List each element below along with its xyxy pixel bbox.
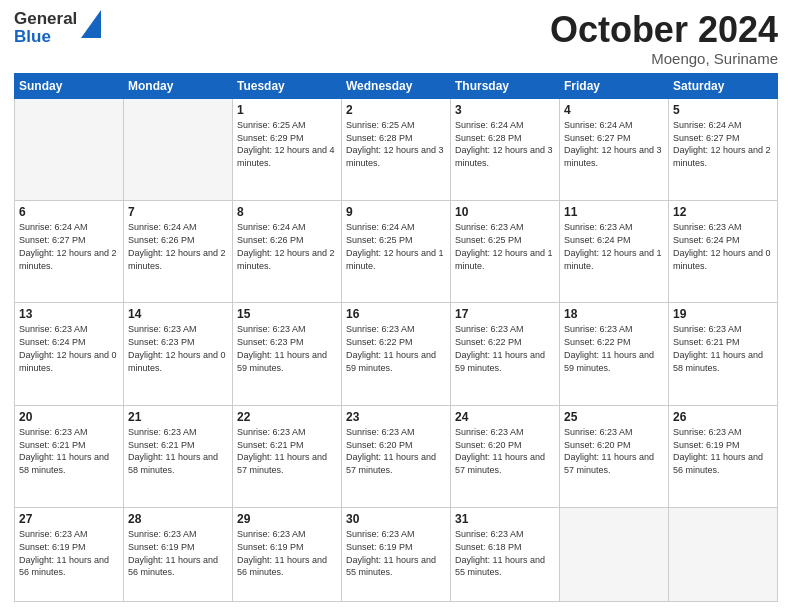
- svg-marker-0: [81, 10, 101, 38]
- day-number: 17: [455, 306, 555, 322]
- calendar-cell: 18Sunrise: 6:23 AM Sunset: 6:22 PM Dayli…: [560, 303, 669, 405]
- day-info: Sunrise: 6:23 AM Sunset: 6:22 PM Dayligh…: [564, 324, 654, 372]
- day-info: Sunrise: 6:23 AM Sunset: 6:19 PM Dayligh…: [237, 529, 327, 577]
- calendar-table: SundayMondayTuesdayWednesdayThursdayFrid…: [14, 73, 778, 602]
- day-info: Sunrise: 6:23 AM Sunset: 6:23 PM Dayligh…: [128, 324, 226, 372]
- header: General Blue October 2024 Moengo, Surina…: [14, 10, 778, 67]
- calendar-cell: 16Sunrise: 6:23 AM Sunset: 6:22 PM Dayli…: [342, 303, 451, 405]
- day-of-week-header: Sunday: [15, 73, 124, 98]
- day-info: Sunrise: 6:23 AM Sunset: 6:22 PM Dayligh…: [455, 324, 545, 372]
- day-number: 12: [673, 204, 773, 220]
- day-info: Sunrise: 6:23 AM Sunset: 6:19 PM Dayligh…: [128, 529, 218, 577]
- day-number: 13: [19, 306, 119, 322]
- day-info: Sunrise: 6:24 AM Sunset: 6:27 PM Dayligh…: [673, 120, 771, 168]
- calendar-cell: 8Sunrise: 6:24 AM Sunset: 6:26 PM Daylig…: [233, 200, 342, 302]
- day-of-week-header: Friday: [560, 73, 669, 98]
- day-info: Sunrise: 6:24 AM Sunset: 6:26 PM Dayligh…: [237, 222, 335, 270]
- day-number: 18: [564, 306, 664, 322]
- title-area: October 2024 Moengo, Suriname: [550, 10, 778, 67]
- day-info: Sunrise: 6:24 AM Sunset: 6:26 PM Dayligh…: [128, 222, 226, 270]
- calendar-cell: 7Sunrise: 6:24 AM Sunset: 6:26 PM Daylig…: [124, 200, 233, 302]
- calendar-cell: 14Sunrise: 6:23 AM Sunset: 6:23 PM Dayli…: [124, 303, 233, 405]
- day-number: 1: [237, 102, 337, 118]
- calendar-cell: 30Sunrise: 6:23 AM Sunset: 6:19 PM Dayli…: [342, 507, 451, 601]
- calendar-cell: [124, 98, 233, 200]
- day-number: 22: [237, 409, 337, 425]
- day-info: Sunrise: 6:23 AM Sunset: 6:21 PM Dayligh…: [673, 324, 763, 372]
- day-number: 30: [346, 511, 446, 527]
- day-number: 23: [346, 409, 446, 425]
- day-info: Sunrise: 6:24 AM Sunset: 6:25 PM Dayligh…: [346, 222, 444, 270]
- day-number: 25: [564, 409, 664, 425]
- day-info: Sunrise: 6:23 AM Sunset: 6:23 PM Dayligh…: [237, 324, 327, 372]
- day-info: Sunrise: 6:23 AM Sunset: 6:19 PM Dayligh…: [19, 529, 109, 577]
- day-of-week-header: Monday: [124, 73, 233, 98]
- calendar-cell: 22Sunrise: 6:23 AM Sunset: 6:21 PM Dayli…: [233, 405, 342, 507]
- calendar-cell: 26Sunrise: 6:23 AM Sunset: 6:19 PM Dayli…: [669, 405, 778, 507]
- calendar-cell: 5Sunrise: 6:24 AM Sunset: 6:27 PM Daylig…: [669, 98, 778, 200]
- day-of-week-header: Tuesday: [233, 73, 342, 98]
- calendar-cell: 10Sunrise: 6:23 AM Sunset: 6:25 PM Dayli…: [451, 200, 560, 302]
- day-number: 9: [346, 204, 446, 220]
- day-of-week-header: Thursday: [451, 73, 560, 98]
- day-number: 5: [673, 102, 773, 118]
- calendar-cell: 19Sunrise: 6:23 AM Sunset: 6:21 PM Dayli…: [669, 303, 778, 405]
- calendar-cell: 21Sunrise: 6:23 AM Sunset: 6:21 PM Dayli…: [124, 405, 233, 507]
- day-number: 7: [128, 204, 228, 220]
- calendar-cell: 6Sunrise: 6:24 AM Sunset: 6:27 PM Daylig…: [15, 200, 124, 302]
- calendar-cell: [560, 507, 669, 601]
- logo-triangle-icon: [81, 10, 101, 38]
- day-number: 26: [673, 409, 773, 425]
- calendar-cell: 3Sunrise: 6:24 AM Sunset: 6:28 PM Daylig…: [451, 98, 560, 200]
- day-info: Sunrise: 6:23 AM Sunset: 6:20 PM Dayligh…: [346, 427, 436, 475]
- day-of-week-header: Wednesday: [342, 73, 451, 98]
- month-title: October 2024: [550, 10, 778, 50]
- day-info: Sunrise: 6:24 AM Sunset: 6:27 PM Dayligh…: [564, 120, 662, 168]
- day-info: Sunrise: 6:23 AM Sunset: 6:20 PM Dayligh…: [455, 427, 545, 475]
- calendar-cell: 11Sunrise: 6:23 AM Sunset: 6:24 PM Dayli…: [560, 200, 669, 302]
- day-number: 20: [19, 409, 119, 425]
- calendar-cell: 12Sunrise: 6:23 AM Sunset: 6:24 PM Dayli…: [669, 200, 778, 302]
- day-info: Sunrise: 6:23 AM Sunset: 6:19 PM Dayligh…: [673, 427, 763, 475]
- calendar-cell: 4Sunrise: 6:24 AM Sunset: 6:27 PM Daylig…: [560, 98, 669, 200]
- day-info: Sunrise: 6:23 AM Sunset: 6:22 PM Dayligh…: [346, 324, 436, 372]
- logo: General Blue: [14, 10, 101, 46]
- calendar-cell: [15, 98, 124, 200]
- day-info: Sunrise: 6:25 AM Sunset: 6:29 PM Dayligh…: [237, 120, 335, 168]
- calendar-cell: 25Sunrise: 6:23 AM Sunset: 6:20 PM Dayli…: [560, 405, 669, 507]
- calendar-cell: 17Sunrise: 6:23 AM Sunset: 6:22 PM Dayli…: [451, 303, 560, 405]
- day-number: 8: [237, 204, 337, 220]
- day-number: 14: [128, 306, 228, 322]
- day-number: 28: [128, 511, 228, 527]
- day-number: 4: [564, 102, 664, 118]
- day-number: 11: [564, 204, 664, 220]
- day-info: Sunrise: 6:23 AM Sunset: 6:21 PM Dayligh…: [19, 427, 109, 475]
- day-info: Sunrise: 6:23 AM Sunset: 6:25 PM Dayligh…: [455, 222, 553, 270]
- day-number: 27: [19, 511, 119, 527]
- day-info: Sunrise: 6:23 AM Sunset: 6:19 PM Dayligh…: [346, 529, 436, 577]
- calendar-cell: 13Sunrise: 6:23 AM Sunset: 6:24 PM Dayli…: [15, 303, 124, 405]
- day-info: Sunrise: 6:23 AM Sunset: 6:21 PM Dayligh…: [128, 427, 218, 475]
- day-number: 24: [455, 409, 555, 425]
- calendar-cell: 20Sunrise: 6:23 AM Sunset: 6:21 PM Dayli…: [15, 405, 124, 507]
- calendar-cell: [669, 507, 778, 601]
- day-number: 15: [237, 306, 337, 322]
- page-container: General Blue October 2024 Moengo, Surina…: [0, 0, 792, 612]
- day-number: 16: [346, 306, 446, 322]
- day-info: Sunrise: 6:24 AM Sunset: 6:27 PM Dayligh…: [19, 222, 117, 270]
- day-of-week-header: Saturday: [669, 73, 778, 98]
- day-info: Sunrise: 6:23 AM Sunset: 6:24 PM Dayligh…: [19, 324, 117, 372]
- day-info: Sunrise: 6:23 AM Sunset: 6:18 PM Dayligh…: [455, 529, 545, 577]
- logo-blue: Blue: [14, 28, 77, 46]
- calendar-cell: 23Sunrise: 6:23 AM Sunset: 6:20 PM Dayli…: [342, 405, 451, 507]
- day-info: Sunrise: 6:23 AM Sunset: 6:21 PM Dayligh…: [237, 427, 327, 475]
- day-number: 2: [346, 102, 446, 118]
- day-info: Sunrise: 6:25 AM Sunset: 6:28 PM Dayligh…: [346, 120, 444, 168]
- logo-general: General: [14, 10, 77, 28]
- day-number: 29: [237, 511, 337, 527]
- location: Moengo, Suriname: [550, 50, 778, 67]
- calendar-cell: 24Sunrise: 6:23 AM Sunset: 6:20 PM Dayli…: [451, 405, 560, 507]
- day-number: 31: [455, 511, 555, 527]
- day-info: Sunrise: 6:23 AM Sunset: 6:24 PM Dayligh…: [673, 222, 771, 270]
- calendar-cell: 29Sunrise: 6:23 AM Sunset: 6:19 PM Dayli…: [233, 507, 342, 601]
